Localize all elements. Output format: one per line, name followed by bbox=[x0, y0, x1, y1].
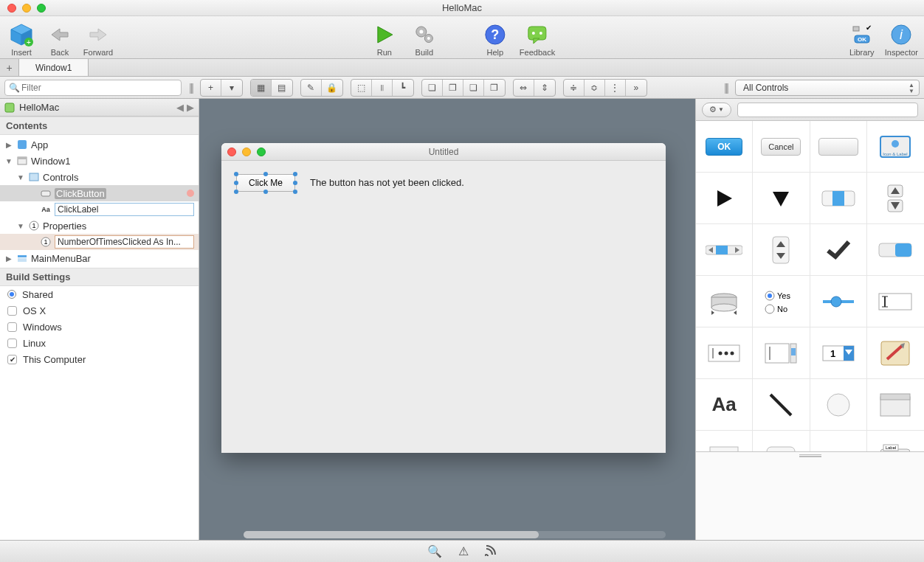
lib-radio-group[interactable]: YesNo bbox=[753, 276, 810, 327]
scrollbar-thumb[interactable] bbox=[244, 531, 539, 538]
lib-stepper[interactable] bbox=[753, 224, 810, 276]
library-filter-dropdown[interactable]: All Controls ▲▼ bbox=[735, 80, 920, 96]
lib-switch[interactable] bbox=[867, 224, 924, 276]
forward-button[interactable]: Forward bbox=[83, 22, 114, 57]
list-view-icon[interactable]: ▤ bbox=[272, 80, 292, 96]
nav-back-icon[interactable]: ◀ bbox=[176, 102, 184, 113]
column-handle-right-icon[interactable]: ||| bbox=[724, 82, 728, 94]
tab-window1[interactable]: Window1 bbox=[19, 59, 89, 76]
run-button[interactable]: Run bbox=[369, 22, 400, 57]
combobox-icon: 1 bbox=[821, 344, 855, 362]
lib-placard[interactable]: Label bbox=[867, 431, 924, 451]
lib-cancel-button[interactable]: Cancel bbox=[753, 121, 810, 173]
align-segment-1[interactable]: ⬚⫴┗ bbox=[351, 79, 414, 97]
library-button[interactable]: ✔OK Library bbox=[847, 22, 878, 57]
lib-generic-button[interactable] bbox=[810, 121, 867, 173]
tree-item-clicklabel[interactable]: AaClickLabel bbox=[0, 201, 199, 218]
grid-view-icon[interactable]: ▦ bbox=[251, 80, 272, 96]
tree-item-app[interactable]: ▶App bbox=[0, 136, 199, 153]
canvas-clicklabel[interactable]: The button has not yet been clicked. bbox=[310, 177, 464, 188]
main-toolbar: + Insert Back Forward Run Build ? Help bbox=[0, 16, 924, 59]
build-windows[interactable]: Windows bbox=[0, 319, 199, 335]
warning-icon[interactable]: ⚠ bbox=[458, 544, 469, 558]
drag-handle-icon[interactable] bbox=[799, 454, 821, 457]
lib-segmented[interactable] bbox=[810, 173, 867, 224]
resize-handle-icon[interactable] bbox=[234, 190, 238, 194]
resize-handle-icon[interactable] bbox=[263, 172, 268, 176]
tree-item-controls[interactable]: ▼Controls bbox=[0, 169, 199, 185]
lib-textarea[interactable] bbox=[753, 327, 810, 379]
layout-canvas[interactable]: Untitled Click Me The button has not yet… bbox=[199, 99, 695, 540]
library-search-input[interactable] bbox=[737, 103, 918, 117]
lib-bevel-button[interactable]: Icon & Label bbox=[867, 121, 924, 173]
navigator-header[interactable]: HelloMac ◀▶ bbox=[0, 99, 199, 117]
lib-checkbox-large[interactable] bbox=[810, 224, 867, 276]
build-button[interactable]: Build bbox=[409, 22, 440, 57]
lib-label[interactable]: Aa bbox=[696, 379, 753, 431]
build-this-computer[interactable]: ✔This Computer bbox=[0, 351, 199, 367]
view-mode-segment[interactable]: ▦ ▤ bbox=[250, 79, 293, 97]
add-tab-button[interactable]: + bbox=[0, 59, 19, 76]
chevron-right-icon[interactable]: » bbox=[626, 80, 647, 96]
lib-disclosure-down[interactable] bbox=[753, 173, 810, 224]
tree-item-number-of-times[interactable]: 1NumberOfTimesClicked As In... bbox=[0, 234, 199, 250]
back-button[interactable]: Back bbox=[44, 22, 75, 57]
tree-item-properties[interactable]: ▼1Properties bbox=[0, 218, 199, 234]
lib-line[interactable] bbox=[753, 379, 810, 431]
svg-marker-37 bbox=[717, 190, 732, 207]
search-status-icon[interactable]: 🔍 bbox=[427, 544, 442, 558]
lib-rectangle[interactable] bbox=[696, 431, 753, 451]
resize-handle-icon[interactable] bbox=[263, 190, 268, 194]
resize-handle-icon[interactable] bbox=[234, 172, 238, 176]
rss-icon[interactable] bbox=[485, 544, 497, 559]
filter-search[interactable]: 🔍 bbox=[4, 80, 182, 96]
build-osx[interactable]: OS X bbox=[0, 302, 199, 319]
filter-input[interactable] bbox=[4, 80, 182, 96]
resize-handle-icon[interactable] bbox=[293, 190, 297, 194]
edit-lock-segment[interactable]: ✎ 🔒 bbox=[300, 79, 343, 97]
spacing-segment[interactable]: ≑≎⋮» bbox=[563, 79, 647, 97]
lib-popup[interactable] bbox=[696, 276, 753, 327]
lib-updown[interactable] bbox=[867, 173, 924, 224]
lib-combobox[interactable]: 1 bbox=[810, 327, 867, 379]
tree-item-mainmenubar[interactable]: ▶MainMenuBar bbox=[0, 250, 199, 266]
clicklabel-edit-field[interactable]: ClickLabel bbox=[55, 203, 194, 216]
nav-fwd-icon[interactable]: ▶ bbox=[187, 102, 194, 113]
fill-segment[interactable]: ⇔⇕ bbox=[513, 79, 556, 97]
lib-scrollbar[interactable] bbox=[696, 224, 753, 276]
library-options-button[interactable]: ⚙▼ bbox=[702, 103, 731, 117]
svg-point-74 bbox=[731, 351, 734, 355]
canvas-clickbutton[interactable]: Click Me bbox=[236, 174, 295, 192]
resize-handle-icon[interactable] bbox=[293, 172, 297, 176]
lib-password-field[interactable] bbox=[696, 327, 753, 379]
inspector-button[interactable]: i Inspector bbox=[885, 22, 918, 57]
resize-handle-icon[interactable] bbox=[234, 181, 238, 185]
column-handle-icon[interactable]: ||| bbox=[189, 82, 193, 94]
lib-slider[interactable] bbox=[810, 276, 867, 327]
horizontal-scrollbar[interactable] bbox=[244, 531, 666, 538]
label-aa-icon: Aa bbox=[712, 393, 737, 416]
lib-groupbox[interactable] bbox=[867, 379, 924, 431]
lib-oval[interactable] bbox=[810, 379, 867, 431]
lib-textfield[interactable] bbox=[867, 276, 924, 327]
lib-separator[interactable] bbox=[810, 431, 867, 451]
build-shared[interactable]: Shared bbox=[0, 286, 199, 302]
insert-button[interactable]: + Insert bbox=[6, 22, 37, 57]
feedback-button[interactable]: Feedback bbox=[520, 22, 555, 57]
svg-rect-75 bbox=[765, 344, 789, 363]
lib-roundrect[interactable] bbox=[753, 431, 810, 451]
status-dot-icon bbox=[187, 190, 194, 197]
order-segment[interactable]: ❏❐❏❐ bbox=[421, 79, 506, 97]
lock-icon[interactable]: 🔒 bbox=[322, 80, 342, 96]
tree-item-window1[interactable]: ▼Window1 bbox=[0, 153, 199, 169]
tree-item-clickbutton[interactable]: ClickButton bbox=[0, 185, 199, 201]
lib-default-button[interactable]: OK bbox=[696, 121, 753, 173]
window-preview[interactable]: Untitled Click Me The button has not yet… bbox=[221, 143, 666, 453]
add-handler-segment[interactable]: +▾ bbox=[200, 79, 243, 97]
lib-disclosure-right[interactable] bbox=[696, 173, 753, 224]
build-linux[interactable]: Linux bbox=[0, 335, 199, 351]
pencil-icon[interactable]: ✎ bbox=[301, 80, 322, 96]
lib-colorpicker[interactable] bbox=[867, 327, 924, 379]
resize-handle-icon[interactable] bbox=[293, 181, 297, 185]
help-button[interactable]: ? Help bbox=[480, 22, 511, 57]
